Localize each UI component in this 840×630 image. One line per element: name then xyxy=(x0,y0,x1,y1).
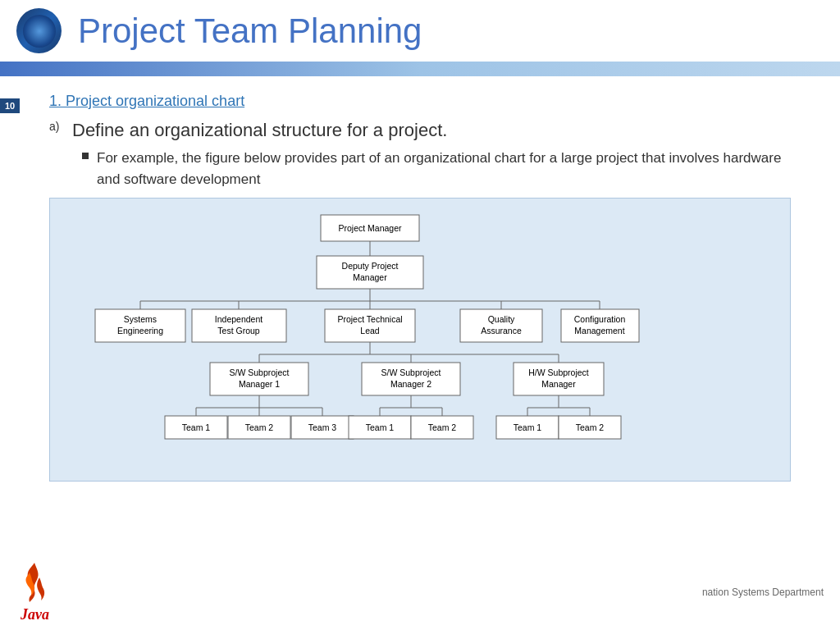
slide-number: 10 xyxy=(0,98,20,113)
svg-text:Manager: Manager xyxy=(541,379,576,389)
svg-text:Quality: Quality xyxy=(488,314,515,324)
svg-text:Lead: Lead xyxy=(360,326,380,336)
svg-text:S/W Subproject: S/W Subproject xyxy=(230,368,290,377)
logo xyxy=(16,8,62,53)
svg-text:Team 1: Team 1 xyxy=(366,422,395,432)
footer-text: nation Systems Department xyxy=(702,587,840,598)
svg-text:Configuration: Configuration xyxy=(574,314,626,324)
page-title: Project Team Planning xyxy=(78,11,422,51)
svg-text:Test Group: Test Group xyxy=(217,326,260,336)
svg-text:Team 3: Team 3 xyxy=(308,422,337,432)
svg-text:Deputy Project: Deputy Project xyxy=(342,261,399,271)
svg-text:Project Manager: Project Manager xyxy=(338,223,402,233)
svg-text:Independent: Independent xyxy=(215,314,262,324)
bullet-icon xyxy=(82,153,89,159)
java-logo: Java xyxy=(0,555,70,630)
svg-text:Project Technical: Project Technical xyxy=(337,314,402,324)
java-flame-icon xyxy=(16,561,53,606)
svg-text:Team 1: Team 1 xyxy=(514,422,542,432)
footer: Java nation Systems Department xyxy=(0,555,840,630)
java-text: Java xyxy=(21,606,49,623)
svg-text:Team 1: Team 1 xyxy=(182,422,211,432)
header: Project Team Planning xyxy=(0,0,840,62)
svg-text:Assurance: Assurance xyxy=(481,326,522,336)
decorative-bar xyxy=(0,62,840,76)
svg-text:Management: Management xyxy=(574,326,624,336)
svg-text:Manager: Manager xyxy=(353,272,387,282)
svg-text:Engineering: Engineering xyxy=(117,326,163,336)
list-item-a: a) Define an organizational structure fo… xyxy=(49,120,791,141)
bullet-text: For example, the figure below provides p… xyxy=(97,148,791,189)
org-chart-container: Project Manager Deputy Project Manager S… xyxy=(49,198,791,482)
svg-text:Manager 2: Manager 2 xyxy=(390,379,431,389)
svg-text:Team 2: Team 2 xyxy=(245,422,274,432)
main-point-text: Define an organizational structure for a… xyxy=(72,120,447,141)
bullet-item: For example, the figure below provides p… xyxy=(82,148,791,189)
svg-text:Systems: Systems xyxy=(124,314,157,324)
content-area: 1. Project organizational chart a) Defin… xyxy=(0,76,840,490)
logo-inner xyxy=(23,15,56,48)
section-title: 1. Project organizational chart xyxy=(49,93,791,110)
list-label-a: a) xyxy=(49,120,66,133)
svg-text:Manager 1: Manager 1 xyxy=(239,379,280,389)
svg-text:S/W Subproject: S/W Subproject xyxy=(381,368,441,377)
org-chart-svg: Project Manager Deputy Project Manager S… xyxy=(58,211,682,465)
svg-text:Team 2: Team 2 xyxy=(428,422,457,432)
svg-text:H/W Subproject: H/W Subproject xyxy=(528,368,589,377)
svg-text:Team 2: Team 2 xyxy=(576,422,605,432)
